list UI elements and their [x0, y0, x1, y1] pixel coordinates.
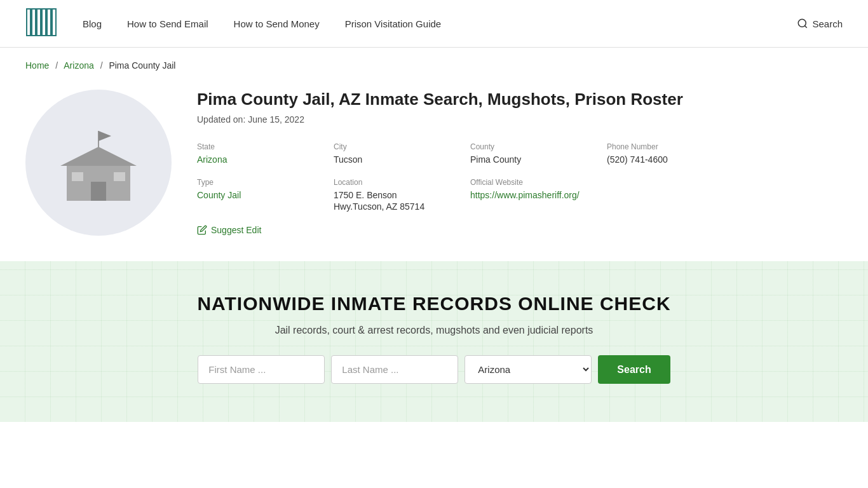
website-cell: Official Website https://www.pimasheriff…: [470, 178, 737, 212]
header-search[interactable]: Search: [797, 18, 843, 29]
svg-line-9: [805, 25, 807, 27]
breadcrumb: Home / Arizona / Pima County Jail: [0, 48, 868, 77]
county-cell: County Pima County: [470, 142, 600, 165]
phone-label: Phone Number: [607, 142, 737, 151]
city-value: Tucson: [334, 154, 362, 165]
nav-send-email[interactable]: How to Send Email: [127, 18, 208, 29]
svg-rect-0: [27, 9, 31, 36]
svg-rect-2: [37, 9, 41, 36]
county-label: County: [470, 142, 600, 151]
last-name-input[interactable]: [331, 355, 458, 384]
search-icon: [797, 18, 808, 29]
edit-icon: [197, 225, 207, 235]
type-label: Type: [197, 178, 327, 187]
type-cell: Type County Jail: [197, 178, 327, 212]
svg-rect-1: [32, 9, 36, 36]
nav-prison-visit[interactable]: Prison Visitation Guide: [345, 18, 441, 29]
state-label: State: [197, 142, 327, 151]
info-grid: State Arizona City Tucson County Pima Co…: [197, 142, 737, 212]
search-heading: NATIONWIDE INMATE RECORDS ONLINE CHECK: [25, 293, 843, 315]
breadcrumb-sep2: /: [100, 60, 103, 71]
city-label: City: [334, 142, 464, 151]
website-value[interactable]: https://www.pimasheriff.org/: [470, 190, 580, 200]
type-value[interactable]: County Jail: [197, 190, 241, 200]
header-search-label: Search: [812, 18, 843, 29]
search-subtitle: Jail records, court & arrest records, mu…: [25, 325, 843, 336]
city-cell: City Tucson: [334, 142, 464, 165]
suggest-edit-label: Suggest Edit: [211, 225, 261, 235]
svg-rect-15: [72, 172, 83, 181]
breadcrumb-state[interactable]: Arizona: [64, 60, 93, 71]
info-section: Pima County Jail, AZ Inmate Search, Mugs…: [197, 90, 737, 235]
phone-value: (520) 741-4600: [607, 154, 668, 165]
suggest-edit-link[interactable]: Suggest Edit: [197, 225, 737, 235]
svg-marker-13: [60, 147, 137, 166]
svg-rect-16: [114, 172, 125, 181]
nav-blog[interactable]: Blog: [83, 18, 102, 29]
first-name-input[interactable]: [198, 355, 325, 384]
main-nav: Blog How to Send Email How to Send Money…: [83, 18, 797, 29]
updated-date: Updated on: June 15, 2022: [197, 114, 737, 125]
breadcrumb-home[interactable]: Home: [25, 60, 49, 71]
website-label: Official Website: [470, 178, 737, 187]
state-value[interactable]: Arizona: [197, 154, 227, 165]
facility-title: Pima County Jail, AZ Inmate Search, Mugs…: [197, 90, 737, 109]
search-button[interactable]: Search: [598, 355, 670, 384]
logo[interactable]: [25, 6, 57, 41]
county-value: Pima County: [470, 154, 521, 165]
state-cell: State Arizona: [197, 142, 327, 165]
svg-rect-4: [47, 9, 51, 36]
svg-rect-14: [91, 182, 106, 201]
svg-rect-5: [52, 9, 56, 36]
location-line2: Hwy.Tucson, AZ 85714: [334, 201, 424, 212]
location-cell: Location 1750 E. Benson Hwy.Tucson, AZ 8…: [334, 178, 464, 212]
breadcrumb-current: Pima County Jail: [109, 60, 175, 71]
search-form: AlabamaAlaskaArizonaArkansasCaliforniaCo…: [25, 355, 843, 384]
location-line1: 1750 E. Benson: [334, 190, 397, 200]
svg-rect-3: [42, 9, 46, 36]
header: Blog How to Send Email How to Send Money…: [0, 0, 868, 48]
search-section: NATIONWIDE INMATE RECORDS ONLINE CHECK J…: [0, 261, 868, 422]
state-select[interactable]: AlabamaAlaskaArizonaArkansasCaliforniaCo…: [465, 355, 592, 384]
main-content: Pima County Jail, AZ Inmate Search, Mugs…: [0, 77, 763, 261]
nav-send-money[interactable]: How to Send Money: [234, 18, 320, 29]
breadcrumb-sep1: /: [55, 60, 58, 71]
phone-cell: Phone Number (520) 741-4600: [607, 142, 737, 165]
svg-marker-11: [98, 131, 111, 141]
location-label: Location: [334, 178, 464, 187]
svg-point-8: [799, 19, 806, 27]
facility-image: [25, 90, 172, 236]
